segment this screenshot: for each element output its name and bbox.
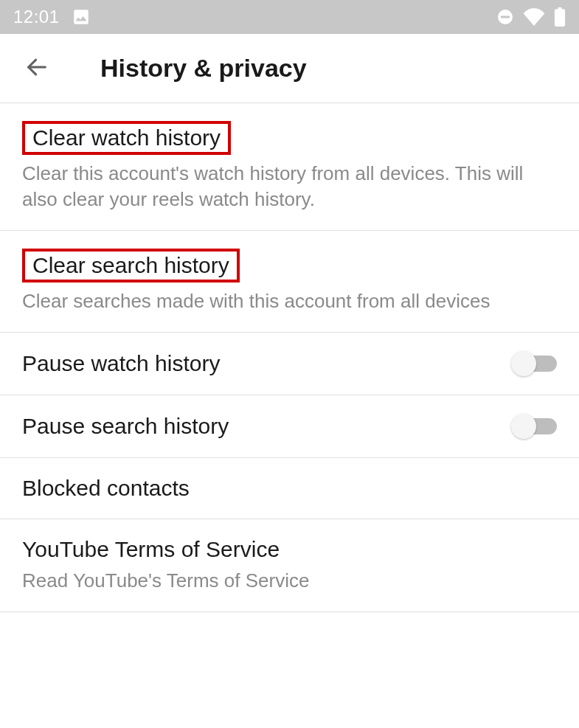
clear-search-history-title: Clear search history [22, 249, 240, 282]
row-text: Clear search history Clear searches made… [22, 249, 557, 314]
pause-watch-history-switch[interactable] [511, 350, 557, 377]
status-right [496, 7, 566, 27]
wifi-icon [523, 8, 545, 26]
row-text: Clear watch history Clear this account's… [22, 121, 557, 212]
back-button[interactable] [21, 52, 53, 85]
status-left: 12:01 [13, 7, 91, 27]
pause-search-history-switch[interactable] [511, 413, 557, 440]
row-text: YouTube Terms of Service Read YouTube's … [22, 537, 557, 594]
row-text: Blocked contacts [22, 476, 557, 501]
youtube-tos-sub: Read YouTube's Terms of Service [22, 568, 557, 594]
status-bar: 12:01 [0, 0, 579, 34]
image-icon [72, 7, 91, 27]
do-not-disturb-icon [496, 8, 514, 26]
clear-search-history-sub: Clear searches made with this account fr… [22, 288, 557, 314]
svg-rect-1 [501, 16, 510, 18]
clear-watch-history-sub: Clear this account's watch history from … [22, 161, 557, 212]
pause-search-history-row[interactable]: Pause search history [0, 395, 579, 458]
switch-thumb [511, 414, 536, 439]
row-text: Pause watch history [22, 351, 511, 376]
youtube-tos-row[interactable]: YouTube Terms of Service Read YouTube's … [0, 519, 579, 612]
settings-list: Clear watch history Clear this account's… [0, 103, 579, 612]
app-bar: History & privacy [0, 34, 579, 103]
clear-watch-history-row[interactable]: Clear watch history Clear this account's… [0, 103, 579, 231]
youtube-tos-title: YouTube Terms of Service [22, 537, 557, 562]
pause-search-history-title: Pause search history [22, 414, 511, 439]
switch-thumb [511, 351, 536, 376]
page-title: History & privacy [100, 54, 307, 83]
pause-watch-history-title: Pause watch history [22, 351, 511, 376]
row-text: Pause search history [22, 414, 511, 439]
battery-icon [554, 7, 566, 27]
clear-watch-history-title: Clear watch history [22, 121, 231, 155]
blocked-contacts-title: Blocked contacts [22, 476, 557, 501]
status-time: 12:01 [13, 7, 60, 27]
blocked-contacts-row[interactable]: Blocked contacts [0, 458, 579, 519]
pause-watch-history-row[interactable]: Pause watch history [0, 333, 579, 395]
arrow-back-icon [24, 55, 49, 83]
clear-search-history-row[interactable]: Clear search history Clear searches made… [0, 231, 579, 333]
